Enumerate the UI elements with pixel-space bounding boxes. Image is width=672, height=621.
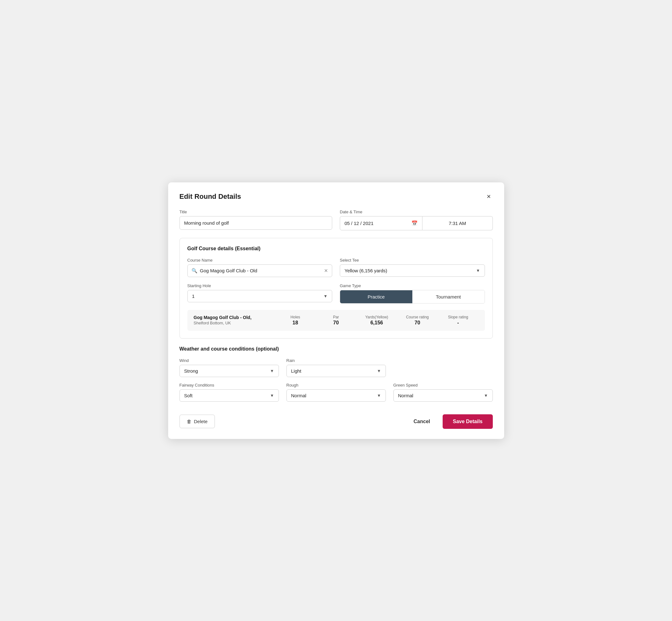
chevron-down-icon: ▼ [484,393,488,398]
course-rating-stat: Course rating 70 [397,315,438,326]
fairway-group: Fairway Conditions Soft ▼ [179,383,279,402]
starting-hole-value: 1 [192,293,324,299]
practice-button[interactable]: Practice [340,290,412,303]
chevron-down-icon: ▼ [377,393,381,398]
modal-title: Edit Round Details [179,193,241,201]
delete-button[interactable]: 🗑 Delete [179,415,215,428]
fairway-value: Soft [184,393,270,398]
time-input-wrapper[interactable]: 7:31 AM [422,216,493,230]
footer-right: Cancel Save Details [409,414,493,429]
save-button[interactable]: Save Details [443,414,493,429]
par-value: 70 [316,320,356,326]
title-datetime-row: Title Date & Time 05 / 12 / 2021 📅 7:31 … [179,210,493,230]
modal-header: Edit Round Details × [179,193,493,201]
delete-label: Delete [194,419,208,424]
yards-value: 6,156 [356,320,397,326]
select-tee-value: Yellow (6,156 yards) [344,268,476,273]
starting-hole-group: Starting Hole 1 ▼ [187,283,333,303]
rough-value: Normal [291,393,377,398]
holes-stat: Holes 18 [275,315,316,326]
course-name-group: Course Name 🔍 Gog Magog Golf Club - Old … [187,258,333,277]
calendar-icon: 📅 [411,220,418,226]
datetime-label: Date & Time [340,210,493,214]
rough-group: Rough Normal ▼ [287,383,386,402]
rough-dropdown[interactable]: Normal ▼ [287,389,386,402]
cancel-button[interactable]: Cancel [409,415,435,428]
select-tee-dropdown[interactable]: Yellow (6,156 yards) ▼ [340,264,485,277]
chevron-down-icon: ▼ [476,268,480,273]
title-group: Title [179,210,333,230]
clear-icon[interactable]: ✕ [324,268,328,274]
rain-group: Rain Light ▼ [287,358,386,377]
fairway-label: Fairway Conditions [179,383,279,387]
search-icon: 🔍 [192,268,198,274]
fairway-rough-green-row: Fairway Conditions Soft ▼ Rough Normal ▼… [179,383,493,402]
close-button[interactable]: × [485,193,493,201]
edit-round-modal: Edit Round Details × Title Date & Time 0… [168,182,504,439]
green-speed-value: Normal [398,393,484,398]
yards-label: Yards(Yellow) [356,315,397,319]
holes-value: 18 [275,320,316,326]
trash-icon: 🗑 [187,419,192,424]
chevron-down-icon: ▼ [377,369,381,373]
wind-dropdown[interactable]: Strong ▼ [179,365,279,377]
rain-dropdown[interactable]: Light ▼ [287,365,386,377]
date-input-wrapper[interactable]: 05 / 12 / 2021 📅 [340,216,422,230]
fairway-dropdown[interactable]: Soft ▼ [179,389,279,402]
time-value: 7:31 AM [427,220,488,226]
datetime-row: 05 / 12 / 2021 📅 7:31 AM [340,216,493,230]
weather-section-title: Weather and course conditions (optional) [179,346,493,352]
select-tee-label: Select Tee [340,258,485,262]
par-stat: Par 70 [316,315,356,326]
yards-stat: Yards(Yellow) 6,156 [356,315,397,326]
par-label: Par [316,315,356,319]
course-name-input-wrapper[interactable]: 🔍 Gog Magog Golf Club - Old ✕ [187,264,333,277]
course-name-value: Gog Magog Golf Club - Old [200,268,322,273]
wind-group: Wind Strong ▼ [179,358,279,377]
title-label: Title [179,210,333,214]
game-type-toggle: Practice Tournament [340,290,485,303]
footer-row: 🗑 Delete Cancel Save Details [179,409,493,429]
green-speed-dropdown[interactable]: Normal ▼ [393,389,493,402]
slope-rating-label: Slope rating [438,315,478,319]
slope-rating-stat: Slope rating - [438,315,478,326]
golf-section-title: Golf Course details (Essential) [187,246,485,251]
course-info-location: Shelford Bottom, UK [194,321,275,325]
rain-value: Light [291,368,377,374]
chevron-down-icon: ▼ [270,393,274,398]
green-speed-group: Green Speed Normal ▼ [393,383,493,402]
slope-rating-value: - [438,320,478,326]
select-tee-group: Select Tee Yellow (6,156 yards) ▼ [340,258,485,277]
course-info-row: Gog Magog Golf Club - Old, Shelford Bott… [187,310,485,331]
rough-label: Rough [287,383,386,387]
rain-label: Rain [287,358,386,363]
chevron-down-icon: ▼ [270,369,274,373]
course-info-name: Gog Magog Golf Club - Old, Shelford Bott… [194,315,275,325]
wind-rain-row: Wind Strong ▼ Rain Light ▼ [179,358,493,377]
datetime-group: Date & Time 05 / 12 / 2021 📅 7:31 AM [340,210,493,230]
course-name-label: Course Name [187,258,333,262]
wind-label: Wind [179,358,279,363]
green-speed-label: Green Speed [393,383,493,387]
date-value: 05 / 12 / 2021 [344,220,411,226]
golf-course-section: Golf Course details (Essential) Course N… [179,238,493,339]
wind-value: Strong [184,368,270,374]
course-rating-value: 70 [397,320,438,326]
starting-hole-label: Starting Hole [187,283,333,288]
chevron-down-icon: ▼ [323,294,328,298]
game-type-group: Game Type Practice Tournament [340,283,485,303]
course-tee-row: Course Name 🔍 Gog Magog Golf Club - Old … [187,258,485,277]
starting-hole-dropdown[interactable]: 1 ▼ [187,290,333,302]
course-rating-label: Course rating [397,315,438,319]
weather-section: Weather and course conditions (optional)… [179,346,493,402]
tournament-button[interactable]: Tournament [412,290,485,303]
title-input[interactable] [179,216,333,230]
hole-gametype-row: Starting Hole 1 ▼ Game Type Practice Tou… [187,283,485,303]
course-info-name-text: Gog Magog Golf Club - Old, [194,315,275,320]
holes-label: Holes [275,315,316,319]
game-type-label: Game Type [340,283,485,288]
